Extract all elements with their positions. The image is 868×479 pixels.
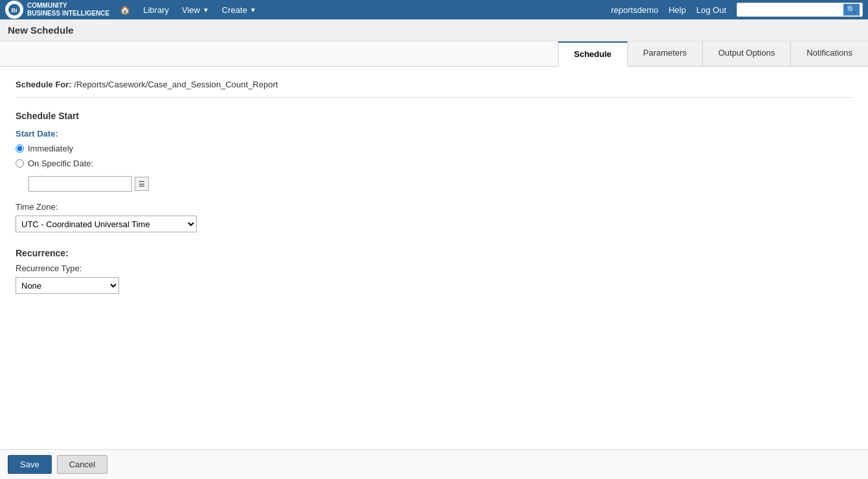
immediately-option: Immediately [16,144,852,153]
recurrence-type-select[interactable]: None Daily Weekly Monthly Yearly [16,277,119,294]
bottom-bar: Save Cancel [0,449,868,479]
tab-output-options[interactable]: Output Options [702,41,790,66]
svg-text:BI: BI [12,7,17,14]
date-input-row: ☰ [28,176,852,192]
view-nav-link[interactable]: View ▼ [182,5,209,15]
tab-notifications[interactable]: Notifications [790,41,868,66]
view-dropdown-arrow: ▼ [203,6,209,14]
logout-link[interactable]: Log Out [696,5,726,15]
create-nav-link[interactable]: Create ▼ [222,5,256,15]
page-title-bar: New Schedule [0,19,868,41]
tab-parameters[interactable]: Parameters [627,41,702,66]
immediately-radio[interactable] [16,144,24,153]
immediately-label: Immediately [28,144,73,153]
calendar-icon[interactable]: ☰ [135,177,149,191]
logo-icon: BI [5,1,23,19]
help-link[interactable]: Help [669,5,686,15]
page-title: New Schedule [8,25,74,36]
start-date-radio-group: Immediately On Specific Date: ☰ [16,144,852,192]
save-button[interactable]: Save [8,455,52,474]
library-nav-link[interactable]: Library [143,5,169,15]
start-date-label: Start Date: [16,129,852,139]
recurrence-type-label: Recurrence Type: [16,263,852,273]
home-icon: 🏠 [120,5,130,15]
schedule-for-path: /Reports/Casework/Case_and_Session_Count… [74,80,278,89]
specific-date-option: On Specific Date: [16,159,852,168]
timezone-section: Time Zone: UTC - Coordinated Universal T… [16,202,852,232]
specific-date-label: On Specific Date: [28,159,93,168]
search-button[interactable]: 🔍 [843,4,860,16]
cancel-button[interactable]: Cancel [57,455,107,474]
tab-schedule[interactable]: Schedule [558,41,627,67]
schedule-start-section: Schedule Start Start Date: Immediately O… [16,111,852,232]
tab-bar: Schedule Parameters Output Options Notif… [0,41,868,67]
search-box: 🔍 [737,3,863,17]
schedule-start-title: Schedule Start [16,111,852,121]
username-label: reportsdemo [611,5,658,15]
specific-date-radio[interactable] [16,159,24,168]
app-logo: BI COMMUNITY BUSINESS INTELLIGENCE [5,1,109,19]
logo-text: COMMUNITY BUSINESS INTELLIGENCE [27,2,109,17]
main-content: Schedule For: /Reports/Casework/Case_and… [0,67,868,449]
home-nav-link[interactable]: 🏠 [120,5,130,15]
date-text-input[interactable] [28,176,132,192]
create-dropdown-arrow: ▼ [250,6,256,14]
timezone-select[interactable]: UTC - Coordinated Universal Time EST - E… [16,216,197,232]
top-navigation: BI COMMUNITY BUSINESS INTELLIGENCE 🏠 Lib… [0,0,868,19]
timezone-label: Time Zone: [16,202,852,212]
nav-links: 🏠 Library View ▼ Create ▼ [120,5,601,15]
search-input[interactable] [740,5,843,14]
schedule-for-label: Schedule For: [16,80,72,89]
recurrence-section: Recurrence: Recurrence Type: None Daily … [16,248,852,294]
schedule-for-section: Schedule For: /Reports/Casework/Case_and… [16,80,852,98]
recurrence-title: Recurrence: [16,248,852,258]
nav-right: reportsdemo Help Log Out 🔍 [611,3,863,17]
